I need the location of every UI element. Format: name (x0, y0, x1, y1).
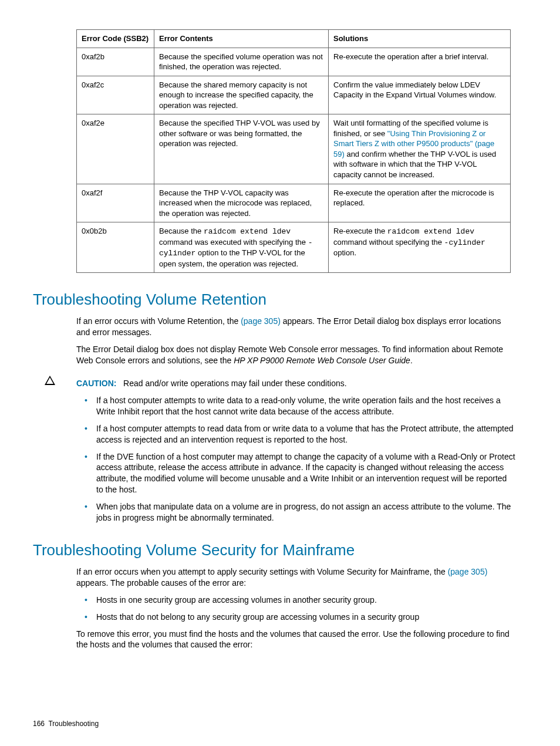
list-item: Hosts that do not belong to any security… (76, 612, 515, 623)
caution-icon (45, 376, 55, 385)
th-solutions: Solutions (329, 30, 511, 48)
section-body: If an error occurs when you attempt to a… (76, 566, 515, 650)
table-row: 0xaf2f Because the THP V-VOL capacity wa… (77, 184, 511, 222)
cell-code: 0xaf2c (77, 76, 154, 114)
list-item: When jobs that manipulate data on a volu… (76, 501, 515, 524)
code-text: raidcom extend ldev (204, 227, 291, 236)
caution-block: CAUTION: Read and/or write operations ma… (45, 374, 527, 529)
cell-solution: Re-execute the operation after the micro… (329, 184, 511, 222)
table-row: 0xaf2e Because the specified THP V-VOL w… (77, 114, 511, 184)
th-error-code: Error Code (SSB2) (77, 30, 154, 48)
cause-list: Hosts in one security group are accessin… (76, 595, 515, 623)
cell-contents: Because the specified volume operation w… (154, 48, 329, 76)
table-row: 0xaf2b Because the specified volume oper… (77, 48, 511, 76)
cell-solution: Re-execute the raidcom extend ldev comma… (329, 222, 511, 273)
list-item: If a host computer attempts to read data… (76, 423, 515, 445)
cell-solution: Wait until formatting of the specified v… (329, 114, 511, 184)
cell-contents: Because the THP V-VOL capacity was incre… (154, 184, 329, 222)
table-row: 0x0b2b Because the raidcom extend ldev c… (77, 222, 511, 273)
table-row: 0xaf2c Because the shared memory capacit… (77, 76, 511, 114)
cell-contents: Because the shared memory capacity is no… (154, 76, 329, 114)
code-text: -cylinder (444, 238, 485, 247)
heading-volume-retention: Troubleshooting Volume Retention (33, 289, 527, 310)
list-item: If a host computer attempts to write dat… (76, 395, 515, 417)
paragraph: If an error occurs with Volume Retention… (76, 316, 515, 338)
cell-code: 0xaf2f (77, 184, 154, 222)
code-text: raidcom extend ldev (387, 227, 474, 236)
cell-code: 0xaf2e (77, 114, 154, 184)
cell-solution: Confirm the value immediately below LDEV… (329, 76, 511, 114)
link-page-305[interactable]: (page 305) (448, 567, 488, 576)
th-error-contents: Error Contents (154, 30, 329, 48)
list-item: Hosts in one security group are accessin… (76, 595, 515, 606)
cell-contents: Because the specified THP V-VOL was used… (154, 114, 329, 184)
cell-contents: Because the raidcom extend ldev command … (154, 222, 329, 273)
cell-solution: Re-execute the operation after a brief i… (329, 48, 511, 76)
caution-label: CAUTION: (76, 379, 116, 388)
cell-code: 0x0b2b (77, 222, 154, 273)
doc-title: HP XP P9000 Remote Web Console User Guid… (234, 356, 410, 365)
heading-volume-security: Troubleshooting Volume Security for Main… (33, 540, 527, 561)
cell-code: 0xaf2b (77, 48, 154, 76)
paragraph: To remove this error, you must find the … (76, 629, 515, 651)
caution-line: CAUTION: Read and/or write operations ma… (76, 378, 515, 389)
section-body: If an error occurs with Volume Retention… (76, 316, 515, 366)
error-code-table: Error Code (SSB2) Error Contents Solutio… (76, 29, 511, 273)
paragraph: If an error occurs when you attempt to a… (76, 566, 515, 589)
list-item: If the DVE function of a host computer m… (76, 451, 515, 496)
link-page-305[interactable]: (page 305) (241, 316, 281, 326)
paragraph: The Error Detail dialog box does not dis… (76, 344, 515, 366)
caution-list: If a host computer attempts to write dat… (76, 395, 515, 524)
